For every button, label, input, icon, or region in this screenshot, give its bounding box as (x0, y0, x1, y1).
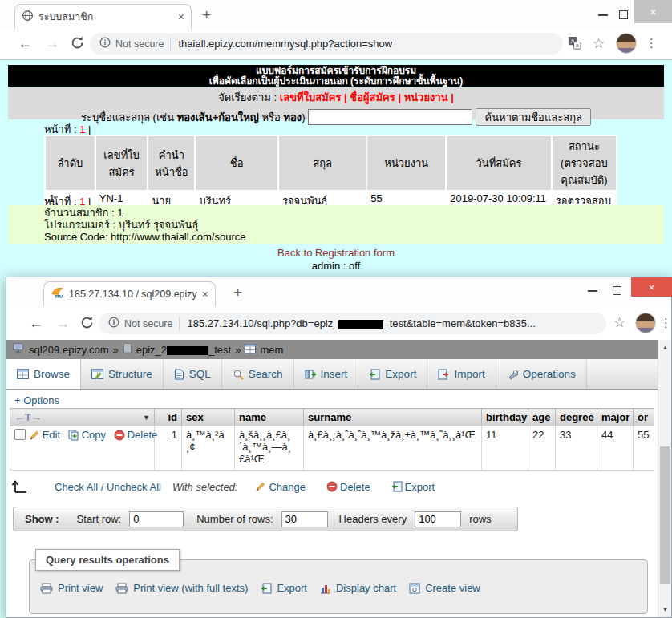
profile-avatar[interactable] (616, 33, 637, 54)
translate-icon[interactable]: Aa (568, 36, 581, 53)
new-tab-button[interactable]: + (202, 6, 211, 24)
col-surname[interactable]: surname (304, 409, 482, 426)
breadcrumb-table-link[interactable]: mem (260, 344, 283, 356)
close-icon: × (650, 6, 656, 18)
tab-close-icon[interactable]: × (178, 11, 184, 22)
col-major[interactable]: major (597, 409, 634, 426)
divider (170, 38, 171, 50)
edit-link[interactable]: Edit (43, 429, 60, 441)
profile-avatar[interactable] (635, 313, 656, 333)
summary-programmer: โปรแกรมเมอร์ : บุรินทร์ รุจจนพันธุ์ (44, 219, 664, 231)
export-results-link[interactable]: Export (277, 582, 307, 594)
reload-button[interactable] (80, 316, 94, 333)
menu-icon[interactable]: ⋮ (646, 36, 658, 50)
delete-link[interactable]: Delete (128, 429, 158, 441)
export-selected-link[interactable]: Export (405, 481, 435, 493)
cell-id: 1 (155, 426, 182, 471)
copy-link[interactable]: Copy (82, 429, 106, 441)
row-checkbox[interactable] (14, 429, 26, 440)
scrollbar-thumb[interactable] (660, 446, 670, 584)
tab-export[interactable]: Export (358, 359, 427, 389)
change-pencil-icon (255, 481, 266, 492)
start-row-input[interactable] (129, 511, 184, 527)
svg-text:a: a (576, 42, 579, 48)
tab-operations[interactable]: Operations (496, 359, 587, 389)
sql-icon (174, 369, 184, 380)
bookmark-star-icon[interactable]: ☆ (593, 35, 605, 52)
tab-structure[interactable]: Structure (81, 359, 164, 389)
forward-button[interactable]: → (55, 315, 70, 332)
sort-link-org[interactable]: หน่วยงาน (404, 91, 448, 103)
close-window-button[interactable]: × (631, 277, 672, 297)
back-button[interactable]: ← (18, 35, 32, 52)
summary-count: จำนวนสมาชิก : 1 (44, 207, 664, 219)
pma-tab-bar: Browse Structure SQL Search Insert Expor… (6, 359, 658, 390)
database-icon (123, 343, 132, 356)
display-chart-link[interactable]: Display chart (336, 582, 396, 594)
address-bar[interactable]: Not secure 185.27.134.10/sql.php?db=epiz… (99, 313, 606, 334)
tab-import[interactable]: Import (427, 359, 496, 389)
options-dropdown-icon[interactable]: ▼ (143, 414, 150, 422)
print-icon (115, 583, 128, 594)
print-view-link[interactable]: Print view (58, 582, 103, 594)
delete-selected-link[interactable]: Delete (340, 481, 370, 493)
col-or[interactable]: or (634, 409, 655, 426)
create-view-link[interactable]: Create view (425, 582, 480, 594)
export-icon (261, 583, 272, 594)
tab-sql[interactable]: SQL (164, 359, 222, 389)
check-all-link[interactable]: Check All / Uncheck All (55, 481, 161, 493)
forward-button[interactable]: → (45, 35, 59, 52)
search-label: ระบุชื่อและสกุล (เช่น ทองเส้น+ก้อนใหญ่ ห… (81, 109, 305, 126)
col-age[interactable]: age (528, 409, 556, 426)
num-rows-input[interactable] (281, 511, 328, 527)
col-degree[interactable]: degree (556, 409, 597, 426)
breadcrumb-server-link[interactable]: sql209.epizy.com (29, 344, 108, 356)
col-header: คำนำหน้าชื่อ (148, 136, 194, 190)
close-window-button[interactable]: × (634, 0, 672, 23)
page-number-link[interactable]: 1 (79, 123, 85, 135)
tab-close-icon[interactable]: × (202, 289, 208, 300)
summary-box: จำนวนสมาชิก : 1 โปรแกรมเมอร์ : บุรินทร์ … (8, 205, 664, 244)
headers-every-input[interactable] (415, 511, 461, 527)
tab-browse[interactable]: Browse (6, 359, 81, 389)
svg-text:PMA: PMA (55, 294, 64, 299)
new-tab-button[interactable]: + (233, 284, 242, 301)
reload-button[interactable] (71, 36, 84, 53)
breadcrumb-database-link[interactable]: epiz_2_test (136, 344, 232, 356)
menu-icon[interactable]: ⋮ (660, 316, 672, 330)
minimize-button[interactable] (588, 290, 597, 292)
search-input[interactable] (308, 109, 472, 125)
maximize-button[interactable] (613, 286, 621, 295)
sort-link-receipt[interactable]: เลขที่ใบสมัคร (280, 91, 342, 103)
col-sex[interactable]: sex (182, 409, 235, 426)
minimize-button[interactable] (598, 14, 608, 16)
tab-phpmyadmin[interactable]: PMA 185.27.134.10 / sql209.epizy.com × (43, 281, 216, 306)
scroll-down-icon[interactable]: ▼ (658, 606, 672, 613)
sort-link-name[interactable]: ชื่อผู้สมัคร (350, 91, 395, 103)
row-actions: Edit Copy Delete (10, 426, 155, 471)
change-link[interactable]: Change (269, 481, 306, 493)
col-id[interactable]: id (155, 409, 182, 426)
search-button[interactable]: ค้นหาตามชื่อและสกุล (476, 108, 591, 126)
info-icon[interactable] (99, 37, 111, 51)
back-to-registration-link[interactable]: Back to Registration form (0, 247, 672, 259)
results-grid: ←T→▼ id sex name surname birthday age de… (10, 408, 654, 471)
options-toggle[interactable]: + Options (14, 394, 59, 406)
import-icon (438, 369, 449, 380)
address-bar[interactable]: Not secure thaiall.epizy.com/memmysql.ph… (90, 33, 563, 55)
actions-header[interactable]: ←T→▼ (10, 409, 155, 426)
maximize-button[interactable] (619, 10, 628, 19)
print-view-full-link[interactable]: Print view (with full texts) (133, 582, 248, 594)
vertical-scrollbar[interactable]: ▲ ▼ (658, 340, 671, 617)
browse-icon (17, 369, 29, 379)
col-birthday[interactable]: birthday (482, 409, 528, 426)
bookmark-star-icon[interactable]: ☆ (613, 314, 625, 331)
back-button[interactable]: ← (29, 315, 43, 332)
tab-search[interactable]: Search (222, 359, 294, 389)
tab-thaiall[interactable]: ระบบสมาชิก × (14, 4, 192, 29)
scroll-up-icon[interactable]: ▲ (658, 344, 672, 351)
transpose-icon[interactable]: ←T→ (14, 411, 42, 423)
info-icon[interactable] (108, 317, 119, 331)
col-name[interactable]: name (235, 409, 304, 426)
tab-insert[interactable]: Insert (294, 359, 359, 389)
